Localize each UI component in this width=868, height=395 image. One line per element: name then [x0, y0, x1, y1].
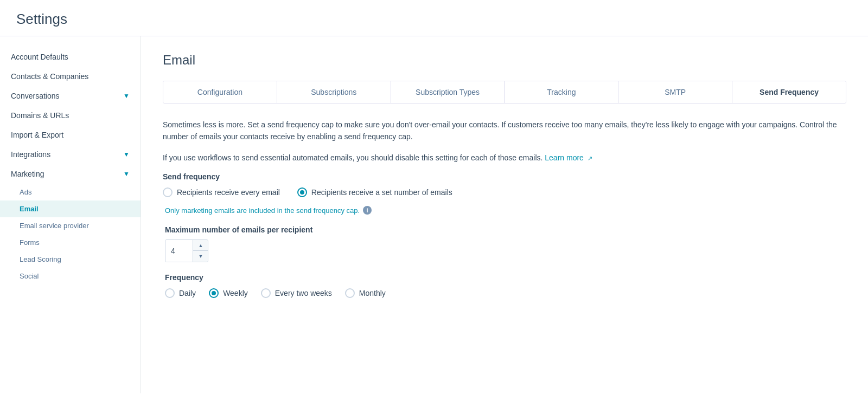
- sidebar-sub-item-social[interactable]: Social: [0, 268, 141, 284]
- sidebar-item-conversations[interactable]: Conversations ▼: [0, 86, 141, 106]
- info-note-text: Only marketing emails are included in th…: [165, 206, 360, 215]
- frequency-label: Frequency: [165, 273, 846, 282]
- send-frequency-label: Send frequency: [163, 172, 846, 181]
- sidebar-sub-item-label: Email service provider: [20, 222, 89, 230]
- sidebar: Account Defaults Contacts & Companies Co…: [0, 36, 141, 393]
- chevron-down-icon: ▼: [123, 92, 130, 100]
- spinner-down-button[interactable]: ▼: [193, 251, 208, 262]
- radio-label-every-email: Recipients receive every email: [177, 188, 280, 197]
- sidebar-sub-item-lead-scoring[interactable]: Lead Scoring: [0, 251, 141, 268]
- external-link-icon: ↗: [588, 154, 592, 164]
- sidebar-sub-item-label: Email: [20, 205, 39, 213]
- radio-set-number[interactable]: Recipients receive a set number of email…: [297, 187, 452, 197]
- radio-weekly[interactable]: Weekly: [209, 288, 248, 298]
- chevron-down-icon: ▼: [123, 170, 130, 178]
- tab-configuration[interactable]: Configuration: [163, 81, 277, 103]
- sidebar-item-label: Conversations: [11, 92, 60, 100]
- page-title: Settings: [16, 11, 852, 28]
- info-note: Only marketing emails are included in th…: [165, 206, 846, 215]
- radio-every-email[interactable]: Recipients receive every email: [163, 187, 280, 197]
- section-title: Email: [163, 53, 846, 68]
- radio-circle-every-email[interactable]: [163, 187, 173, 197]
- radio-circle-monthly[interactable]: [345, 288, 355, 298]
- description-1: Sometimes less is more. Set a send frequ…: [163, 119, 846, 143]
- info-icon: i: [363, 206, 372, 215]
- number-spinners: ▲ ▼: [193, 240, 208, 262]
- tabs: Configuration Subscriptions Subscription…: [163, 81, 846, 103]
- tab-subscriptions[interactable]: Subscriptions: [277, 81, 391, 103]
- radio-monthly[interactable]: Monthly: [345, 288, 386, 298]
- sidebar-item-contacts-companies[interactable]: Contacts & Companies: [0, 67, 141, 86]
- sidebar-item-label: Integrations: [11, 150, 50, 159]
- max-emails-label: Maximum number of emails per recipient: [165, 225, 846, 234]
- sidebar-item-integrations[interactable]: Integrations ▼: [0, 145, 141, 164]
- tab-smtp[interactable]: SMTP: [618, 81, 732, 103]
- sidebar-item-account-defaults[interactable]: Account Defaults: [0, 47, 141, 67]
- tab-tracking[interactable]: Tracking: [505, 81, 618, 103]
- sidebar-sub-item-ads[interactable]: Ads: [0, 184, 141, 200]
- chevron-down-icon: ▼: [123, 151, 130, 158]
- sidebar-item-label: Import & Export: [11, 131, 63, 139]
- radio-label-every-two-weeks: Every two weeks: [275, 289, 332, 297]
- sidebar-item-domains-urls[interactable]: Domains & URLs: [0, 106, 141, 125]
- max-emails-input[interactable]: [165, 240, 193, 262]
- radio-label-daily: Daily: [179, 289, 196, 297]
- spinner-up-button[interactable]: ▲: [193, 240, 208, 251]
- radio-label-weekly: Weekly: [223, 289, 248, 297]
- send-frequency-radio-group: Recipients receive every email Recipient…: [163, 187, 846, 197]
- frequency-radio-group: Daily Weekly Every two weeks Monthly: [165, 288, 846, 298]
- sidebar-sub-item-label: Lead Scoring: [20, 255, 61, 263]
- radio-label-monthly: Monthly: [359, 289, 386, 297]
- radio-label-set-number: Recipients receive a set number of email…: [311, 188, 452, 197]
- page-header: Settings: [0, 0, 868, 36]
- sidebar-sub-item-email-service-provider[interactable]: Email service provider: [0, 217, 141, 234]
- main-content: Email Configuration Subscriptions Subscr…: [141, 36, 868, 393]
- radio-every-two-weeks[interactable]: Every two weeks: [261, 288, 332, 298]
- sidebar-sub-item-email[interactable]: Email: [0, 200, 141, 217]
- sidebar-sub-item-label: Forms: [20, 238, 40, 247]
- learn-more-link[interactable]: Learn more ↗: [545, 153, 592, 162]
- sidebar-item-label: Account Defaults: [11, 53, 68, 61]
- layout: Account Defaults Contacts & Companies Co…: [0, 36, 868, 393]
- max-emails-section: Maximum number of emails per recipient ▲…: [165, 225, 846, 262]
- sidebar-item-label: Marketing: [11, 170, 44, 178]
- description-2: If you use workflows to send essential a…: [163, 152, 846, 164]
- sidebar-item-import-export[interactable]: Import & Export: [0, 125, 141, 145]
- sidebar-sub-item-label: Social: [20, 272, 39, 280]
- radio-circle-set-number[interactable]: [297, 187, 307, 197]
- sidebar-sub-item-label: Ads: [20, 188, 31, 196]
- sidebar-item-marketing[interactable]: Marketing ▼: [0, 164, 141, 184]
- sidebar-item-label: Contacts & Companies: [11, 72, 88, 81]
- radio-circle-every-two-weeks[interactable]: [261, 288, 271, 298]
- radio-circle-daily[interactable]: [165, 288, 175, 298]
- sidebar-item-label: Domains & URLs: [11, 111, 69, 120]
- tab-subscription-types[interactable]: Subscription Types: [391, 81, 505, 103]
- tab-send-frequency[interactable]: Send Frequency: [732, 81, 846, 103]
- sidebar-sub-item-forms[interactable]: Forms: [0, 234, 141, 251]
- radio-daily[interactable]: Daily: [165, 288, 196, 298]
- number-input-wrapper: ▲ ▼: [165, 239, 208, 262]
- radio-circle-weekly[interactable]: [209, 288, 219, 298]
